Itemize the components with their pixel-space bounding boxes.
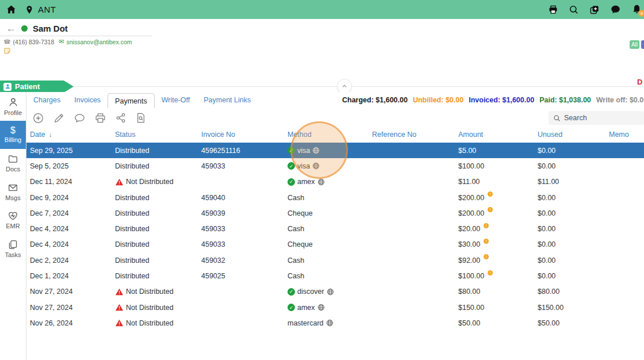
note-icon[interactable] [3,47,161,55]
globe-icon [317,178,325,186]
cell-method: Cash [288,268,304,284]
tab-write-off[interactable]: Write-Off [155,93,197,108]
cell-amount: $150.00 [458,300,484,315]
search-input[interactable] [564,114,633,122]
comment-icon[interactable] [74,112,86,124]
column-header-date[interactable]: Date↓ [30,131,52,139]
section-divider [74,86,644,87]
summary-write-off-: Write off: $0.00 [596,96,644,104]
column-header-memo[interactable]: Memo [609,131,629,139]
table-row[interactable]: Dec 9, 2024Distributed459040Cash$200.00!… [26,190,644,205]
add-icon[interactable] [32,112,44,124]
payments-toolbar [26,108,644,128]
filter-badge-all[interactable]: All [630,40,639,49]
cell-invoice-no: 459032 [201,252,225,268]
cell-date: Dec 4, 2024 [30,237,68,252]
column-header-invoice-no[interactable]: Invoice No [201,131,235,139]
sidebar-item-tasks[interactable]: Tasks [0,235,26,263]
toolbar-icons [32,112,147,124]
table-row[interactable]: Dec 4, 2024Distributed459033Cash$20.00!$… [26,221,644,236]
cell-amount: $80.00 [458,284,480,300]
chat-icon[interactable] [610,4,621,15]
location-pin-icon[interactable] [25,5,34,14]
main-content: ChargesInvoicesPaymentsWrite-OffPayment … [26,92,644,360]
tab-invoices[interactable]: Invoices [67,93,108,108]
patient-email[interactable]: snissanov@antibex.com [67,39,132,45]
ribbon-label: Patient [15,82,40,91]
cell-status: Distributed [115,237,150,252]
table-row[interactable]: Dec 11, 2024Not Distributed✓amex$11.00$1… [26,174,644,190]
cell-unused: $150.00 [538,300,564,315]
cell-status: Not Distributed [115,174,174,190]
back-arrow-icon[interactable]: ← [6,23,16,33]
tab-payment-links[interactable]: Payment Links [197,93,258,108]
cell-unused: $0.00 [538,190,555,205]
bell-icon[interactable]: 9 [631,4,642,15]
cell-invoice-no: 459025 [201,268,225,284]
column-header-method[interactable]: Method [288,131,312,139]
cell-unused: $0.00 [538,237,555,252]
table-row[interactable]: Nov 26, 2024Not Distributedmastercard$50… [26,315,644,331]
cell-status: Distributed [115,158,150,174]
column-header-amount[interactable]: Amount [458,131,483,139]
table-row[interactable]: Dec 4, 2024Distributed459033Cheque$30.00… [26,237,644,252]
cell-amount: $200.00! [458,190,493,205]
amount-flag-icon: ! [484,254,489,259]
envelope-icon: ✉ [59,38,64,45]
sidebar-item-docs[interactable]: Docs [0,149,26,178]
heart-pulse-icon [7,210,18,221]
sidebar-item-label: Profile [4,109,22,116]
cell-amount: $100.00 [458,158,484,174]
cell-invoice-no: 459033 [201,237,225,252]
verified-check-icon: ✓ [288,178,295,186]
patient-ribbon: Patient [0,81,74,93]
table-row[interactable]: Dec 1, 2024Distributed459025Cash$100.00!… [26,268,644,284]
amount-flag-icon: ! [484,239,489,244]
printer-icon[interactable] [548,5,558,15]
filter-badge-b[interactable]: B [641,40,644,49]
table-row[interactable]: Sep 5, 2025Distributed459033✓visa$100.00… [26,158,644,174]
cell-status: Distributed [115,205,150,221]
sidebar-item-profile[interactable]: Profile [0,92,26,121]
table-row[interactable]: Nov 27, 2024Not Distributed✓discover$80.… [26,284,644,300]
share-icon[interactable] [115,112,126,124]
table-row[interactable]: Nov 27, 2024Not Distributed✓amex$150.00$… [26,300,644,315]
cell-invoice-no: 459033 [201,158,225,174]
cell-method: ✓discover [288,284,334,300]
print-icon[interactable] [94,112,106,124]
table-row[interactable]: Dec 2, 2024Distributed459032Cash$92.00!$… [26,252,644,268]
table-header: Date↓StatusInvoice NoMethodReference NoA… [26,128,644,143]
table-row[interactable]: Dec 7, 2024Distributed459039Cheque$200.0… [26,205,644,221]
amount-flag-icon: ! [488,207,493,212]
patient-name: Sam Dot [33,24,68,33]
sort-desc-icon: ↓ [48,131,52,139]
column-header-unused[interactable]: Unused [538,131,562,139]
globe-icon [312,147,320,154]
table-row[interactable]: Sep 29, 2025Distributed4596251116✓visa$5… [26,143,644,158]
cell-amount: $200.00! [458,205,493,221]
column-header-reference-no[interactable]: Reference No [372,131,416,139]
edit-icon[interactable] [53,112,65,124]
cell-date: Nov 26, 2024 [30,315,72,331]
home-icon[interactable] [6,4,17,15]
sidebar-item-billing[interactable]: $Billing [0,121,26,150]
tab-charges[interactable]: Charges [26,93,67,108]
warn-icon [115,303,124,312]
sidebar-item-msgs[interactable]: Msgs [0,178,26,206]
document-search-icon[interactable] [135,112,147,124]
chevron-up-icon [340,82,348,90]
tab-payments[interactable]: Payments [108,93,155,108]
search-icon[interactable] [569,5,579,15]
cell-date: Sep 29, 2025 [30,143,72,158]
cell-method: ✓amex [288,174,325,190]
cell-status: Not Distributed [115,300,174,315]
cell-status: Distributed [115,190,150,205]
cell-amount: $30.00! [458,237,489,252]
patient-phone: (416) 839-7318 [13,39,54,45]
sidebar-item-emr[interactable]: EMR [0,206,26,235]
patient-icon [3,83,12,91]
column-header-status[interactable]: Status [115,131,135,139]
cell-unused: $0.00 [538,221,555,236]
cell-status: Distributed [115,268,150,284]
copy-plus-icon[interactable] [589,5,600,15]
